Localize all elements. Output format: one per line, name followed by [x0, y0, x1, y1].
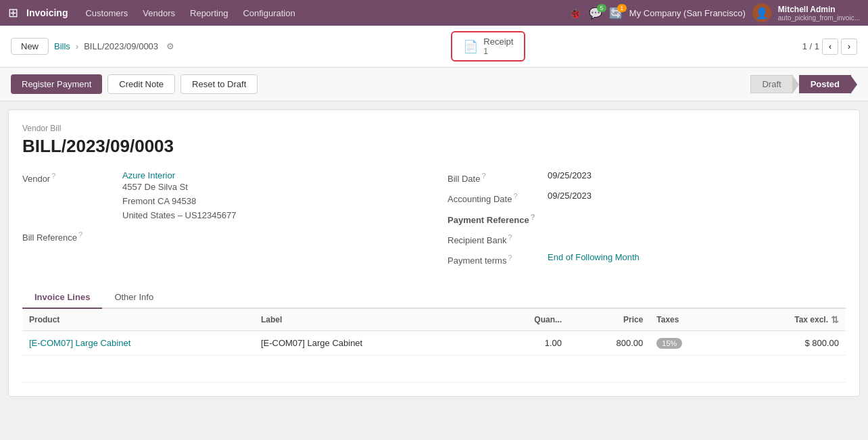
col-label: Label: [254, 309, 486, 331]
status-arrow-posted: [850, 75, 857, 94]
bill-date-label: Bill Date?: [448, 170, 542, 184]
topnav-right: 🐞 💬5 🔄1 My Company (San Francisco) 👤 Mit…: [569, 3, 860, 22]
empty-row: [22, 355, 846, 382]
payment-terms-label: Payment terms?: [448, 252, 542, 266]
receipt-icon: 📄: [463, 39, 478, 54]
recipient-bank-help-icon[interactable]: ?: [508, 233, 512, 241]
vendor-field-row: Vendor? Azure Interior 4557 De Silva St …: [22, 170, 407, 222]
tab-invoice-lines[interactable]: Invoice Lines: [22, 287, 102, 309]
tab-other-info[interactable]: Other Info: [102, 287, 166, 309]
update-icon[interactable]: 🔄1: [609, 7, 623, 20]
vendor-address-3: United States – US12345677: [122, 209, 236, 223]
right-column: Bill Date? 09/25/2023 Accounting Date? 0…: [434, 170, 846, 273]
row-product: [E-COM07] Large Cabinet: [22, 331, 254, 355]
receipt-info: Receipt 1: [483, 36, 513, 56]
bill-number-heading: BILL/2023/09/0003: [22, 136, 846, 157]
receipt-count: 1: [483, 47, 513, 56]
company-name[interactable]: My Company (San Francisco): [629, 8, 746, 18]
accounting-date-value[interactable]: 09/25/2023: [548, 191, 592, 201]
payment-reference-field-row: Payment Reference?: [448, 212, 846, 225]
row-taxes: 15%: [650, 331, 729, 355]
payment-reference-label: Payment Reference?: [448, 212, 542, 225]
prev-page-button[interactable]: ‹: [822, 39, 838, 55]
avatar[interactable]: 👤: [752, 3, 771, 22]
vendor-address-2: Fremont CA 94538: [122, 195, 236, 209]
nav-vendors[interactable]: Vendors: [136, 5, 182, 21]
row-label: [E-COM07] Large Cabinet: [254, 331, 486, 355]
next-page-button[interactable]: ›: [841, 39, 857, 55]
vendor-help-icon[interactable]: ?: [51, 172, 55, 180]
left-column: Vendor? Azure Interior 4557 De Silva St …: [22, 170, 434, 273]
payment-terms-help-icon[interactable]: ?: [508, 253, 512, 262]
status-posted[interactable]: Posted: [799, 75, 851, 93]
bill-date-help-icon[interactable]: ?: [481, 172, 485, 180]
invoice-lines-table: Product Label Quan... Price Taxes Tax ex…: [22, 309, 846, 383]
bill-reference-field-row: Bill Reference?: [22, 229, 407, 243]
vendor-name[interactable]: Azure Interior: [122, 170, 236, 180]
breadcrumb-separator: ›: [76, 41, 78, 51]
bill-date-field-row: Bill Date? 09/25/2023: [448, 170, 846, 184]
tabs-bar: Invoice Lines Other Info: [22, 287, 846, 309]
brand-name[interactable]: Invoicing: [26, 7, 68, 18]
adjust-columns-icon[interactable]: ⇅: [831, 314, 839, 325]
row-tax-excl: $ 800.00: [729, 331, 846, 355]
breadcrumb-parent[interactable]: Bills: [54, 41, 70, 51]
row-price: 800.00: [569, 331, 650, 355]
action-buttons: Register Payment Credit Note Reset to Dr…: [11, 74, 258, 94]
receipt-smart-button[interactable]: 📄 Receipt 1: [451, 31, 525, 62]
table-row: [E-COM07] Large Cabinet [E-COM07] Large …: [22, 331, 846, 355]
col-product: Product: [22, 309, 254, 331]
status-draft[interactable]: Draft: [750, 75, 792, 93]
recipient-bank-field-row: Recipient Bank?: [448, 232, 846, 245]
pagination: 1 / 1 ‹ ›: [802, 39, 857, 55]
settings-gear-icon[interactable]: ⚙: [166, 41, 174, 51]
form-grid: Vendor? Azure Interior 4557 De Silva St …: [22, 170, 846, 273]
nav-customers[interactable]: Customers: [78, 5, 135, 21]
vendor-bill-label: Vendor Bill: [22, 124, 846, 133]
status-bar: Draft Posted: [750, 75, 857, 94]
recipient-bank-label: Recipient Bank?: [448, 232, 542, 245]
update-badge: 1: [617, 4, 627, 12]
chat-badge: 5: [597, 4, 606, 12]
receipt-label: Receipt: [483, 36, 513, 47]
nav-configuration[interactable]: Configuration: [236, 5, 302, 21]
bill-reference-help-icon[interactable]: ?: [78, 230, 82, 239]
row-quantity: 1.00: [486, 331, 569, 355]
status-arrow-draft: [792, 75, 799, 94]
nav-reporting[interactable]: Reporting: [183, 5, 235, 21]
col-tax-excl: Tax excl. ⇅: [729, 309, 846, 331]
username: Mitchell Admin: [778, 5, 836, 14]
credit-note-button[interactable]: Credit Note: [107, 74, 175, 94]
col-price: Price: [569, 309, 650, 331]
chat-icon[interactable]: 💬5: [589, 7, 602, 20]
accounting-date-help-icon[interactable]: ?: [513, 192, 517, 200]
payment-terms-field-row: Payment terms? End of Following Month: [448, 252, 846, 266]
tax-badge: 15%: [656, 338, 682, 349]
bug-icon[interactable]: 🐞: [569, 7, 582, 20]
accounting-date-label: Accounting Date?: [448, 191, 542, 204]
new-button[interactable]: New: [11, 38, 49, 55]
payment-reference-help-icon[interactable]: ?: [531, 213, 535, 221]
col-taxes: Taxes: [650, 309, 729, 331]
top-navigation: ⊞ Invoicing Customers Vendors Reporting …: [0, 0, 868, 26]
action-bar: Register Payment Credit Note Reset to Dr…: [0, 68, 868, 101]
accounting-date-field-row: Accounting Date? 09/25/2023: [448, 191, 846, 204]
payment-terms-value[interactable]: End of Following Month: [548, 252, 640, 262]
vendor-address-1: 4557 De Silva St: [122, 180, 236, 195]
product-link[interactable]: [E-COM07] Large Cabinet: [29, 338, 130, 348]
vendor-value: Azure Interior 4557 De Silva St Fremont …: [122, 170, 236, 222]
user-subtitle: auto_picking_from_invoic...: [778, 14, 860, 22]
reset-to-draft-button[interactable]: Reset to Draft: [180, 74, 258, 94]
main-form: Vendor Bill BILL/2023/09/0003 Vendor? Az…: [8, 109, 860, 397]
bill-reference-label: Bill Reference?: [22, 229, 117, 243]
top-menu: Customers Vendors Reporting Configuratio…: [78, 5, 564, 21]
vendor-label: Vendor?: [22, 170, 117, 184]
smart-buttons-area: 📄 Receipt 1: [180, 31, 797, 62]
register-payment-button[interactable]: Register Payment: [11, 74, 102, 94]
col-quantity: Quan...: [486, 309, 569, 331]
breadcrumb-current: BILL/2023/09/0003: [84, 41, 158, 51]
user-info[interactable]: Mitchell Admin auto_picking_from_invoic.…: [778, 5, 860, 22]
apps-icon[interactable]: ⊞: [8, 5, 18, 20]
bill-date-value[interactable]: 09/25/2023: [548, 170, 592, 180]
pagination-text: 1 / 1: [802, 41, 819, 51]
